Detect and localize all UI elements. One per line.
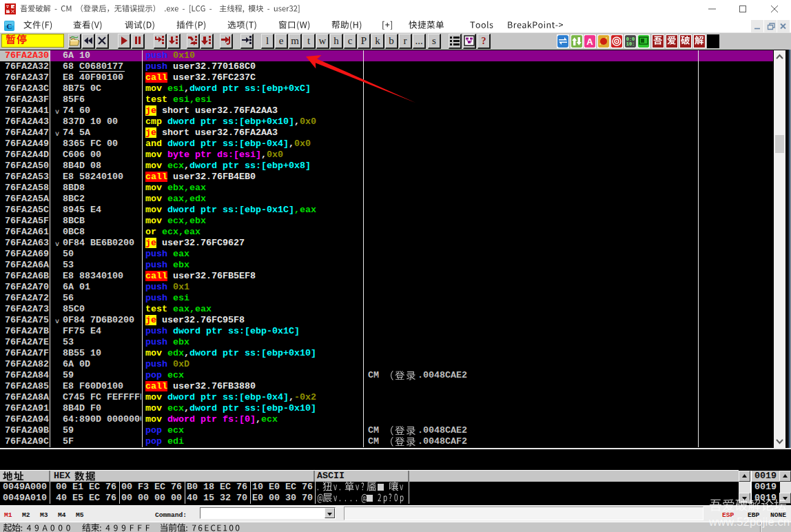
svg-text:?: ?: [482, 36, 486, 46]
svg-text:C: C: [7, 22, 12, 30]
svg-text:10:: 10:: [626, 41, 635, 47]
svg-text:A: A: [586, 37, 593, 47]
